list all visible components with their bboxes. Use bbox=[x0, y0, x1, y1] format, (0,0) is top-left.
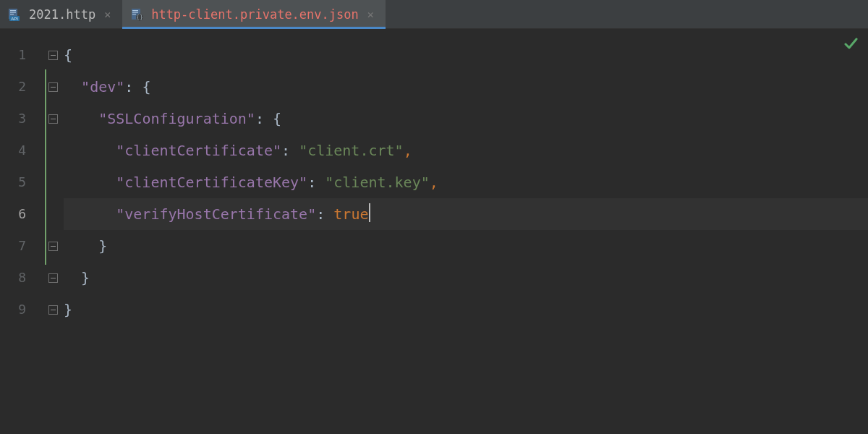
svg-rect-3 bbox=[10, 10, 16, 11]
svg-rect-5 bbox=[10, 14, 14, 14]
close-icon[interactable]: ✕ bbox=[103, 8, 112, 21]
svg-rect-4 bbox=[10, 12, 16, 12]
code-line: "clientCertificateKey": "client.key", bbox=[64, 166, 868, 198]
code-line: "SSLConfiguration": { bbox=[64, 103, 868, 135]
code-line: "clientCertificate": "client.crt", bbox=[64, 135, 868, 166]
line-number: 5 bbox=[0, 166, 42, 198]
line-number: 6 bbox=[0, 198, 42, 230]
tab-2021-http[interactable]: API 2021.http ✕ bbox=[0, 0, 122, 28]
line-number: 4 bbox=[0, 135, 42, 166]
code-line: } bbox=[64, 294, 868, 326]
fold-toggle-icon[interactable] bbox=[48, 242, 58, 251]
line-number-gutter[interactable]: 1 2 3 4 5 6 7 8 9 bbox=[0, 29, 42, 434]
tab-bar: API 2021.http ✕ {} http-client.private.e… bbox=[0, 0, 868, 29]
close-icon[interactable]: ✕ bbox=[366, 8, 375, 21]
json-file-icon: {} bbox=[129, 7, 144, 22]
fold-toggle-icon[interactable] bbox=[48, 114, 58, 124]
svg-text:API: API bbox=[11, 16, 18, 20]
svg-rect-8 bbox=[132, 12, 138, 12]
fold-toggle-icon[interactable] bbox=[48, 51, 58, 60]
tab-http-client-env[interactable]: {} http-client.private.env.json ✕ bbox=[122, 0, 386, 28]
indent-guide bbox=[45, 69, 46, 265]
line-number: 9 bbox=[0, 294, 42, 326]
svg-text:{}: {} bbox=[136, 14, 143, 21]
code-line: } bbox=[64, 262, 868, 294]
code-line: } bbox=[64, 230, 868, 262]
code-area[interactable]: { "dev": { "SSLConfiguration": { "client… bbox=[64, 29, 868, 434]
http-file-icon: API bbox=[7, 7, 22, 22]
text-caret bbox=[369, 203, 370, 222]
line-number: 1 bbox=[0, 39, 42, 71]
line-number: 7 bbox=[0, 230, 42, 262]
code-line: "dev": { bbox=[64, 71, 868, 103]
editor: 1 2 3 4 5 6 7 8 9 { "dev": { "SSLConfigu… bbox=[0, 29, 868, 434]
line-number: 2 bbox=[0, 71, 42, 103]
tab-label: http-client.private.env.json bbox=[151, 7, 359, 22]
fold-toggle-icon[interactable] bbox=[48, 82, 58, 92]
code-line: { bbox=[64, 39, 868, 71]
fold-toggle-icon[interactable] bbox=[48, 273, 58, 283]
line-number: 3 bbox=[0, 103, 42, 135]
fold-toggle-icon[interactable] bbox=[48, 305, 58, 315]
svg-rect-7 bbox=[132, 10, 138, 11]
tab-label: 2021.http bbox=[29, 7, 95, 22]
code-line-current: "verifyHostCertificate": true bbox=[64, 198, 868, 230]
line-number: 8 bbox=[0, 262, 42, 294]
fold-gutter bbox=[42, 29, 64, 434]
